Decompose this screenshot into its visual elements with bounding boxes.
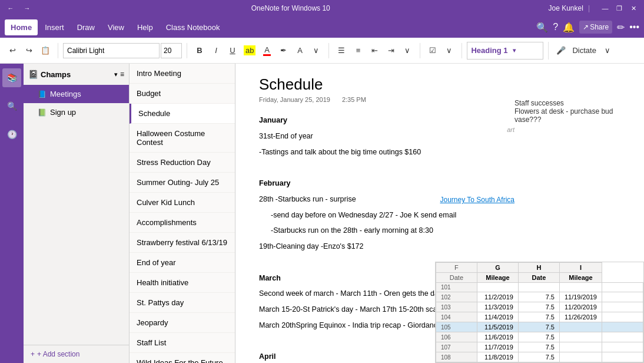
section-strawberry[interactable]: Strawberry festival 6/13/19 bbox=[130, 233, 235, 253]
search-icon[interactable]: 🔍 bbox=[2, 97, 21, 116]
checkbox-dropdown[interactable]: ∨ bbox=[441, 43, 457, 58]
close-button[interactable]: ✕ bbox=[628, 2, 639, 14]
section-accomplishments[interactable]: Accomplishments bbox=[130, 213, 235, 233]
add-section-button[interactable]: + + Add section bbox=[24, 345, 129, 363]
row-mileage2 bbox=[602, 312, 643, 322]
section-wild-ideas[interactable]: Wild Ideas For the Future bbox=[130, 353, 235, 363]
notebook-item-signup[interactable]: 📗 Sign up bbox=[24, 103, 129, 121]
dictate-icon: 🎤 bbox=[553, 43, 569, 58]
minimize-button[interactable]: — bbox=[599, 2, 611, 14]
table-date-label: Date bbox=[436, 273, 477, 283]
toolbar-undo-group: ↩ ↪ 📋 bbox=[5, 43, 58, 58]
title-bar-right: Joe Kunkel | — ❐ ✕ bbox=[549, 2, 640, 14]
section-jeopardy[interactable]: Jeopardy bbox=[130, 313, 235, 333]
journey-to-south-africa-link[interactable]: Journey To South Africa bbox=[440, 196, 514, 204]
font-size-input[interactable] bbox=[161, 43, 182, 58]
section-schedule[interactable]: Schedule bbox=[130, 104, 235, 124]
list-bullet-button[interactable]: ☰ bbox=[334, 43, 349, 58]
app-title: OneNote for Windows 10 bbox=[251, 4, 330, 12]
font-name-input[interactable] bbox=[63, 43, 160, 58]
line-starbucks-run: -Starbucks run on the 28th - early morni… bbox=[259, 225, 620, 236]
row-date: 11/8/2019 bbox=[477, 352, 518, 362]
toolbar-dictate-group: 🎤 Dictate ∨ bbox=[553, 43, 619, 58]
dictate-button[interactable]: Dictate bbox=[570, 43, 598, 58]
format2-button[interactable]: A bbox=[292, 43, 307, 58]
row-date: 11/7/2019 bbox=[477, 342, 518, 352]
section-intro-meeting[interactable]: Intro Meeting bbox=[130, 64, 235, 84]
checkbox-button[interactable]: ☑ bbox=[425, 43, 440, 58]
note-time: 2:35 PM bbox=[342, 96, 366, 103]
highlight-button[interactable]: ab bbox=[241, 43, 258, 58]
menu-home[interactable]: Home bbox=[5, 19, 38, 35]
row-date2 bbox=[559, 332, 602, 342]
notifications-icon[interactable]: 🔔 bbox=[563, 22, 575, 33]
section-st-pattys[interactable]: St. Pattys day bbox=[130, 293, 235, 313]
italic-button[interactable]: I bbox=[208, 43, 224, 58]
table-row[interactable]: 106 11/6/2019 7.5 bbox=[436, 332, 643, 342]
undo-button[interactable]: ↩ bbox=[5, 43, 20, 58]
notebooks-icon[interactable]: 📚 bbox=[2, 68, 21, 87]
row-date: 11/3/2019 bbox=[477, 302, 518, 312]
section-summer[interactable]: Summer Outing- July 25 bbox=[130, 173, 235, 193]
redo-button[interactable]: ↪ bbox=[21, 43, 36, 58]
menu-help[interactable]: Help bbox=[131, 19, 159, 35]
edit-icon[interactable]: ✏ bbox=[617, 22, 625, 33]
section-stress[interactable]: Stress Reduction Day bbox=[130, 153, 235, 173]
notebook-icon: 📓 bbox=[28, 70, 38, 79]
indent-increase-button[interactable]: ⇥ bbox=[383, 43, 399, 58]
share-button[interactable]: ↗ Share bbox=[579, 21, 612, 34]
menu-draw[interactable]: Draw bbox=[71, 19, 101, 35]
row-mileage: 7.5 bbox=[518, 332, 559, 342]
paste-button[interactable]: 📋 bbox=[38, 43, 53, 58]
section-culver[interactable]: Culver Kid Lunch bbox=[130, 193, 235, 213]
line-send-day: -send day before on Wednesday 2/27 - Joe… bbox=[259, 210, 620, 221]
font-color-button[interactable]: A bbox=[259, 43, 274, 58]
table-row[interactable]: 102 11/2/2019 7.5 11/19/2019 bbox=[436, 292, 643, 302]
section-halloween[interactable]: Halloween Costume Contest bbox=[130, 124, 235, 153]
content-area[interactable]: Schedule Friday, January 25, 2019 2:35 P… bbox=[235, 64, 644, 363]
heading-select[interactable]: Heading 1 ▾ bbox=[467, 42, 543, 60]
format-dropdown[interactable]: ∨ bbox=[308, 43, 324, 58]
list-number-button[interactable]: ≡ bbox=[350, 43, 366, 58]
month-april: April bbox=[259, 352, 275, 361]
signup-icon: 📗 bbox=[38, 108, 47, 117]
section-health[interactable]: Health initiative bbox=[130, 273, 235, 293]
table-row[interactable]: 101 bbox=[436, 283, 643, 292]
section-end-of-year[interactable]: End of year bbox=[130, 253, 235, 273]
table-row[interactable]: 107 11/7/2019 7.5 bbox=[436, 342, 643, 352]
menu-insert[interactable]: Insert bbox=[39, 19, 70, 35]
title-bar-nav: ← → bbox=[5, 2, 33, 14]
dictate-dropdown[interactable]: ∨ bbox=[600, 43, 615, 58]
notebook-header[interactable]: 📓 Champs ▾ ≡ bbox=[24, 64, 129, 85]
row-mileage: 7.5 bbox=[518, 312, 559, 322]
format1-button[interactable]: ✒ bbox=[275, 43, 291, 58]
underline-button[interactable]: U bbox=[225, 43, 240, 58]
restore-button[interactable]: ❐ bbox=[613, 2, 625, 14]
meetings-icon: 📘 bbox=[38, 90, 47, 98]
menu-view[interactable]: View bbox=[102, 19, 130, 35]
row-mileage2 bbox=[602, 352, 643, 362]
search-icon[interactable]: 🔍 bbox=[536, 22, 548, 33]
table-row[interactable]: 105 11/5/2019 7.5 bbox=[436, 322, 643, 332]
table-row[interactable]: 104 11/4/2019 7.5 11/26/2019 bbox=[436, 312, 643, 322]
menu-class-notebook[interactable]: Class Notebook bbox=[160, 19, 226, 35]
icon-rail: 📚 🔍 🕐 bbox=[0, 64, 24, 363]
filter-icon[interactable]: ≡ bbox=[120, 70, 124, 78]
more-list-dropdown[interactable]: ∨ bbox=[400, 43, 415, 58]
indent-decrease-button[interactable]: ⇤ bbox=[367, 43, 382, 58]
row-mileage bbox=[518, 283, 559, 292]
nav-back-button[interactable]: ← bbox=[5, 2, 16, 14]
recent-icon[interactable]: 🕐 bbox=[2, 125, 21, 144]
notebook-item-meetings[interactable]: 📘 Meetings bbox=[24, 85, 129, 103]
table-row[interactable]: 108 11/8/2019 7.5 bbox=[436, 352, 643, 362]
bold-button[interactable]: B bbox=[192, 43, 207, 58]
add-section-label: + Add section bbox=[37, 350, 79, 358]
notebook-dropdown-icon[interactable]: ▾ bbox=[114, 71, 118, 78]
table-row[interactable]: 103 11/3/2019 7.5 11/20/2019 bbox=[436, 302, 643, 312]
section-budget[interactable]: Budget bbox=[130, 84, 235, 104]
sections-panel: Intro Meeting Budget Schedule Halloween … bbox=[130, 64, 235, 363]
more-options-icon[interactable]: ••• bbox=[629, 22, 639, 32]
section-staff-list[interactable]: Staff List bbox=[130, 333, 235, 353]
help-icon[interactable]: ? bbox=[553, 22, 558, 32]
nav-forward-button[interactable]: → bbox=[21, 2, 33, 14]
